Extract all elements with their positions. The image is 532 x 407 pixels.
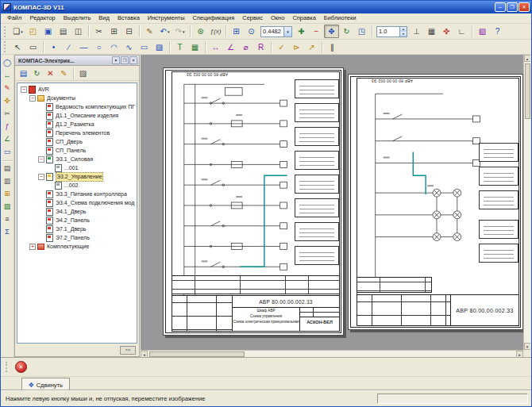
property-bar-grip[interactable] <box>6 362 8 372</box>
tree-expander-icon[interactable]: − <box>38 156 44 163</box>
scroll-left-icon[interactable]: ◂ <box>141 351 148 358</box>
tree-item[interactable]: СП_Дверь <box>18 137 137 146</box>
vertical-scrollbar[interactable]: ▴ ▾ <box>523 55 530 350</box>
menu-item-specification[interactable]: Спецификация <box>189 13 239 23</box>
tree-item[interactable]: Э7.2_Панель <box>18 233 137 242</box>
select-frame-button[interactable]: ▭ <box>25 40 40 54</box>
table-tool-button[interactable]: ▦ <box>187 40 202 54</box>
copy-button[interactable]: ⊞ <box>106 25 121 38</box>
grid-button[interactable]: ▦ <box>424 25 439 38</box>
minimize-button[interactable]: ─ <box>495 2 506 12</box>
spin-arrows-icon[interactable]: ▴▾ <box>399 27 407 36</box>
macro-tool-button[interactable]: Σ <box>2 226 13 238</box>
close-button[interactable]: ✕ <box>519 2 530 12</box>
zoom-out-button[interactable]: − <box>309 25 324 38</box>
ortho-button[interactable]: ∟ <box>454 25 469 38</box>
horizontal-scrollbar[interactable]: ◂ ▸ <box>141 350 523 357</box>
menu-item-service[interactable]: Сервис <box>238 13 267 23</box>
text-tool-button[interactable]: T <box>172 40 187 54</box>
geometry-tool-button[interactable]: ◯ <box>2 57 13 69</box>
dim-diameter-button[interactable]: ⌀ <box>238 40 253 54</box>
tree-expander-icon[interactable]: − <box>29 95 36 102</box>
title-bar[interactable]: КОМПАС-3D V11 ─ ❐ ✕ <box>1 1 531 13</box>
print-button[interactable]: ▤ <box>56 25 71 38</box>
scroll-up-icon[interactable]: ▴ <box>524 55 531 62</box>
tree-item[interactable]: Д1.2_Разметка <box>18 120 137 129</box>
menu-item-select[interactable]: Выделить <box>60 13 95 23</box>
panel-title-bar[interactable]: КОМПАС-Электрик... ▾ ❐ ✕ <box>15 56 139 66</box>
library-manager-button[interactable]: ▧ <box>475 25 490 38</box>
leader-button[interactable]: ↗ <box>304 40 319 54</box>
dropdown-arrow-icon[interactable]: ▾ <box>183 29 185 34</box>
zoom-in-button[interactable]: ✚ <box>294 25 309 38</box>
tree-expander-icon[interactable]: − <box>21 86 27 93</box>
tree-expander-icon[interactable]: + <box>29 244 36 250</box>
link-manager-button[interactable]: ⊛ <box>193 25 208 38</box>
rectangle-tool-button[interactable]: ▭ <box>137 40 152 54</box>
properties-tool-button[interactable]: ≡ <box>2 213 13 225</box>
zoom-auto-button[interactable]: ⊙ <box>244 25 259 38</box>
tree-item[interactable]: +Комплектующие <box>18 242 137 251</box>
vertical-scroll-thumb[interactable] <box>525 63 530 119</box>
menu-item-view[interactable]: Вид <box>94 13 114 23</box>
tree-item[interactable]: СП_Панель <box>18 146 137 155</box>
zoom-combo[interactable]: 0.4482▾ <box>260 26 292 37</box>
scroll-right-icon[interactable]: ▸ <box>516 351 523 358</box>
tree-item[interactable]: Э3.4_Схема подключения мод <box>18 198 137 207</box>
help-button[interactable]: ? <box>490 25 505 38</box>
drawing-canvas[interactable]: АВР 80.00.00.002 Э3 <box>141 55 530 357</box>
panel-menu-icon[interactable]: ▾ <box>112 56 120 64</box>
dim-radius-button[interactable]: R <box>253 40 268 54</box>
print-preview-button[interactable]: ◫ <box>71 25 86 38</box>
aux-line-button[interactable]: ∕ <box>61 40 76 54</box>
paste-button[interactable]: ⊟ <box>121 25 137 38</box>
menu-item-window[interactable]: Окно <box>267 13 288 23</box>
conditional-designations-tool-button[interactable]: ✜ <box>2 95 13 107</box>
select-button[interactable]: ↖ <box>10 40 25 54</box>
designations-tool-button[interactable]: ✎ <box>2 83 13 94</box>
dropdown-arrow-icon[interactable]: ▾ <box>21 29 23 34</box>
insert-elements-tool-button[interactable]: ⊞ <box>2 188 13 200</box>
local-cs-button[interactable]: ✜ <box>439 25 454 38</box>
pan-button[interactable]: ✥ <box>324 25 339 38</box>
panel-refresh-button[interactable]: ↻ <box>30 67 44 79</box>
dimensions-tool-button[interactable]: ↔ <box>2 70 13 82</box>
reports-tool-button[interactable]: ▥ <box>2 175 13 187</box>
panel-close-icon[interactable]: ✕ <box>129 56 137 64</box>
editing-tool-button[interactable]: ✂ <box>2 108 13 120</box>
panel-show-document-button[interactable]: ▤ <box>17 67 30 79</box>
tree-item[interactable]: Э4.2_Панель <box>18 216 137 225</box>
cut-button[interactable]: ✂ <box>91 25 106 38</box>
variables-button[interactable]: ƒ(x) <box>208 25 223 38</box>
dim-angle-button[interactable]: ∠ <box>223 40 238 54</box>
tree-item[interactable]: Д1.1_Описание изделия <box>18 111 137 120</box>
scroll-down-icon[interactable]: ▾ <box>524 343 531 350</box>
maximize-button[interactable]: ❐ <box>507 2 518 12</box>
stop-command-button[interactable]: ✕ <box>15 361 27 373</box>
tree-item[interactable]: Э4.1_Дверь <box>18 207 137 216</box>
panel-settings-button[interactable]: ▨ <box>76 67 90 79</box>
zoom-frame-button[interactable]: ⊞ <box>229 25 244 38</box>
circle-tool-button[interactable]: ○ <box>91 40 106 54</box>
horizontal-scroll-thumb[interactable] <box>149 351 245 357</box>
spline-tool-button[interactable]: ∿ <box>121 40 137 54</box>
hatch-tool-button[interactable]: ▨ <box>152 40 167 54</box>
tree-item[interactable]: ...002 <box>18 181 137 190</box>
menu-item-libraries[interactable]: Библиотеки <box>320 13 360 23</box>
tree-item[interactable]: Ведомость комплектующих ПГ <box>18 102 137 111</box>
menu-item-insert[interactable]: Вставка <box>114 13 144 23</box>
segment-tool-button[interactable]: — <box>76 40 91 54</box>
tree-item[interactable]: −Э3.2_Управление <box>18 172 137 181</box>
panel-float-icon[interactable]: ❐ <box>121 56 129 64</box>
collections-tool-button[interactable]: ▧ <box>2 201 13 213</box>
tree-item[interactable]: −Э3.1_Силовая <box>18 155 137 163</box>
arc-tool-button[interactable]: ◠ <box>106 40 121 54</box>
command-tab-pan[interactable]: ✥ Сдвинуть <box>21 378 70 391</box>
menu-item-tools[interactable]: Инструменты <box>144 13 189 23</box>
redo-button[interactable]: ↷▾ <box>172 25 187 38</box>
break-line-button[interactable]: ∥ <box>325 40 340 54</box>
selection-tool-button[interactable]: ▭ <box>2 146 13 158</box>
menu-item-editor[interactable]: Редактор <box>25 13 59 23</box>
tree-item[interactable]: Э7.1_Дверь <box>18 225 137 233</box>
save-button[interactable]: ▣ <box>40 25 56 38</box>
